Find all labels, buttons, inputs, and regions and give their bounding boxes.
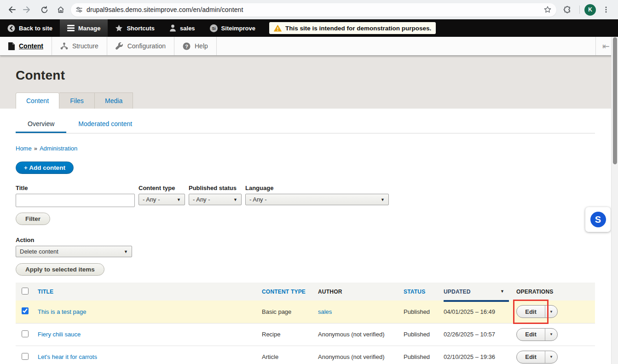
bookmark-star-icon[interactable] xyxy=(543,6,552,14)
column-header-status[interactable]: STATUS xyxy=(404,283,444,300)
sort-desc-icon: ▼ xyxy=(500,289,504,294)
tab-content[interactable]: Content xyxy=(16,92,59,109)
siteimprove-label: Siteimprove xyxy=(221,25,255,32)
content-type-select[interactable]: - Any -▼ xyxy=(139,194,185,205)
content-title-link[interactable]: Let's hear it for carrots xyxy=(38,353,97,360)
back-to-site-label: Back to site xyxy=(19,25,52,32)
column-header-updated[interactable]: UPDATED▼ xyxy=(444,283,516,300)
primary-tabs: Content Files Media xyxy=(16,92,133,109)
page-header: Content Content Files Media xyxy=(0,56,618,109)
published-status-value: - Any - xyxy=(193,196,210,203)
author-cell: Anonymous (not verified) xyxy=(318,323,404,346)
tab-media[interactable]: Media xyxy=(95,92,133,109)
url-bar[interactable]: drupal9sales.demo.siteimprove.com/en/adm… xyxy=(71,3,556,17)
star-icon xyxy=(115,24,123,32)
operations-button-group: Edit ▼ xyxy=(516,351,558,364)
subtab-moderated-content[interactable]: Moderated content xyxy=(66,117,144,133)
subtab-overview[interactable]: Overview xyxy=(16,117,66,133)
content-type-filter-label: Content type xyxy=(139,185,185,191)
action-select[interactable]: Delete content▼ xyxy=(16,246,132,257)
published-status-filter-label: Published status xyxy=(189,185,242,191)
updated-cell: 04/01/2025 – 16:49 xyxy=(444,300,516,323)
chrome-menu-icon[interactable] xyxy=(599,2,613,17)
operations-dropdown-toggle[interactable]: ▼ xyxy=(545,329,557,341)
operations-dropdown-toggle[interactable]: ▼ xyxy=(545,306,557,318)
select-all-checkbox[interactable] xyxy=(22,288,29,295)
structure-icon xyxy=(60,42,68,50)
menu-item-content[interactable]: Content xyxy=(0,37,52,55)
secondary-tabs: Overview Moderated content xyxy=(16,109,595,133)
browser-forward-icon[interactable] xyxy=(19,2,34,17)
extensions-icon[interactable] xyxy=(560,2,575,17)
add-content-button[interactable]: + Add content xyxy=(16,162,74,174)
status-cell: Published xyxy=(404,300,444,323)
shortcuts-button[interactable]: Shortcuts xyxy=(108,19,162,37)
row-checkbox[interactable] xyxy=(22,307,29,314)
toolbar-collapse-icon[interactable]: ⇤ xyxy=(595,37,610,55)
action-label: Action xyxy=(16,237,618,243)
language-select[interactable]: - Any -▼ xyxy=(245,194,389,205)
status-cell: Published xyxy=(404,346,444,364)
select-caret-icon: ▼ xyxy=(177,197,181,202)
content-title-link[interactable]: Fiery chili sauce xyxy=(38,331,81,338)
updated-cell: 02/10/2025 – 19:36 xyxy=(444,346,516,364)
browser-home-icon[interactable] xyxy=(53,2,68,17)
breadcrumb-separator: » xyxy=(34,145,37,152)
tab-files[interactable]: Files xyxy=(59,92,95,109)
hamburger-icon xyxy=(67,25,75,31)
profile-avatar[interactable]: K xyxy=(584,4,596,16)
content-type-cell: Recipe xyxy=(262,323,318,346)
menu-configuration-label: Configuration xyxy=(127,42,166,50)
breadcrumb: Home»Administration xyxy=(16,145,618,152)
main-content: Overview Moderated content Home»Administ… xyxy=(0,109,618,364)
siteimprove-menu-button[interactable]: Si Siteimprove xyxy=(202,19,263,37)
column-header-author: AUTHOR xyxy=(318,283,404,300)
browser-reload-icon[interactable] xyxy=(37,2,52,17)
language-filter-label: Language xyxy=(245,185,389,191)
manage-label: Manage xyxy=(78,25,100,32)
operations-button-group: Edit ▼ xyxy=(516,305,558,318)
operations-dropdown-toggle[interactable]: ▼ xyxy=(545,351,557,363)
menu-item-structure[interactable]: Structure xyxy=(52,37,107,55)
published-status-select[interactable]: - Any -▼ xyxy=(189,194,242,205)
manage-menu-button[interactable]: Manage xyxy=(60,19,108,37)
back-to-site-button[interactable]: Back to site xyxy=(0,19,60,37)
row-checkbox[interactable] xyxy=(22,353,29,360)
person-icon xyxy=(169,24,176,32)
table-header-row: TITLE CONTENT TYPE AUTHOR STATUS UPDATED… xyxy=(16,283,595,300)
filter-button[interactable]: Filter xyxy=(16,213,50,225)
siteimprove-floating-widget[interactable]: S xyxy=(585,207,611,232)
column-header-content-type[interactable]: CONTENT TYPE xyxy=(262,283,318,300)
title-filter-input[interactable] xyxy=(16,194,135,207)
site-settings-icon[interactable] xyxy=(75,6,83,13)
breadcrumb-home-link[interactable]: Home xyxy=(16,145,32,152)
page-scrollbar[interactable] xyxy=(611,37,618,364)
user-menu-button[interactable]: sales xyxy=(162,19,202,37)
document-icon xyxy=(8,42,15,50)
menu-structure-label: Structure xyxy=(72,42,98,50)
scrollbar-thumb[interactable] xyxy=(613,37,617,164)
breadcrumb-administration-link[interactable]: Administration xyxy=(40,145,77,152)
help-icon: ? xyxy=(183,42,191,50)
edit-button[interactable]: Edit xyxy=(517,351,545,363)
user-label: sales xyxy=(180,25,195,32)
menu-item-configuration[interactable]: Configuration xyxy=(107,37,174,55)
menu-content-label: Content xyxy=(19,42,43,50)
url-text[interactable]: drupal9sales.demo.siteimprove.com/en/adm… xyxy=(87,6,543,13)
table-row: Let's hear it for carrots Article Anonym… xyxy=(16,346,595,364)
browser-toolbar: drupal9sales.demo.siteimprove.com/en/adm… xyxy=(0,0,618,19)
author-link[interactable]: sales xyxy=(318,308,332,315)
row-checkbox[interactable] xyxy=(22,330,29,337)
svg-text:Si: Si xyxy=(212,26,215,30)
menu-item-help[interactable]: ? Help xyxy=(174,37,217,55)
content-title-link[interactable]: This is a test page xyxy=(38,308,87,315)
content-type-cell: Article xyxy=(262,346,318,364)
column-header-title[interactable]: TITLE xyxy=(38,283,262,300)
edit-button[interactable]: Edit xyxy=(517,329,545,341)
edit-button[interactable]: Edit xyxy=(517,306,545,318)
content-type-value: - Any - xyxy=(143,196,160,203)
browser-back-icon[interactable] xyxy=(5,2,19,17)
select-caret-icon: ▼ xyxy=(381,197,385,202)
apply-to-selected-button[interactable]: Apply to selected items xyxy=(16,263,104,276)
language-value: - Any - xyxy=(249,196,267,203)
